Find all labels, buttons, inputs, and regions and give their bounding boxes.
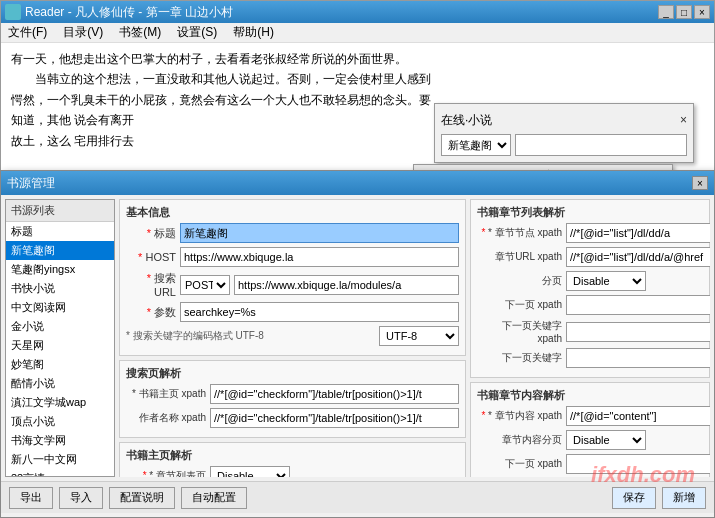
content-parse-section: 书籍章节内容解析 * 章节内容 xpath 章节内容分页 Disable Ena… [470, 382, 710, 477]
search-popup: 在线·小说 × 新笔趣阁 搜索 [434, 103, 694, 163]
new-btn[interactable]: 新增 [662, 487, 706, 509]
menu-file[interactable]: 文件(F) [5, 23, 50, 42]
chapter-list-parse-section: 书籍章节列表解析 * 章节节点 xpath 章节URL xpath 分页 Dis… [470, 199, 710, 378]
book-name-row: 作者名称 xpath [126, 408, 459, 428]
sidebar-item-3[interactable]: 书快小说 [6, 279, 114, 298]
content-next-page-row: 下一页 xpath [477, 454, 703, 474]
book-home-label: * 书籍主页 xpath [126, 387, 206, 401]
basic-info-section: 基本信息 标题 HOST 搜索URL POST GET [119, 199, 466, 356]
dialog-close-btn[interactable]: × [692, 176, 708, 190]
search-close-btn[interactable]: × [680, 110, 687, 130]
params-row: 参数 [126, 302, 459, 322]
book-source-dialog: 书源管理 × 书源列表 标题 新笔趣阁 笔趣阁yingsx 书快小说 中文阅读网… [0, 170, 715, 518]
encoding-note: * 搜索关键字的编码格式 UTF-8 [126, 329, 375, 343]
host-input[interactable] [180, 247, 459, 267]
chapter-url-label: 章节URL xpath [477, 250, 562, 264]
content-line-1: 有一天，他想走出这个巴掌大的村子，去看看老张叔经常所说的外面世界。 [11, 49, 704, 69]
basic-info-title: 基本信息 [126, 205, 459, 220]
content-node-input[interactable] [566, 406, 710, 426]
menu-view[interactable]: 目录(V) [60, 23, 106, 42]
chapter-home-section: 书籍主页解析 * 章节列表页 Disable Enable * 章节列表页 xp… [119, 442, 466, 477]
sidebar-item-0[interactable]: 标题 [6, 222, 114, 241]
reader-icon [5, 4, 21, 20]
sidebar-item-8[interactable]: 酷情小说 [6, 374, 114, 393]
content-node-row: * 章节内容 xpath [477, 406, 703, 426]
search-popup-title: 在线·小说 × [441, 110, 687, 130]
next-page-key-label: 下一页关键字 xpath [477, 319, 562, 344]
chapter-page-label: 分页 [477, 274, 562, 288]
reader-content: 有一天，他想走出这个巴掌大的村子，去看看老张叔经常所说的外面世界。 当韩立的这个… [1, 43, 714, 157]
search-popup-row: 新笔趣阁 搜索 [441, 134, 687, 156]
encoding-row: * 搜索关键字的编码格式 UTF-8 UTF-8 GBK [126, 326, 459, 346]
host-label: HOST [126, 251, 176, 263]
chapter-home-title: 书籍主页解析 [126, 448, 459, 463]
middle-panel: 基本信息 标题 HOST 搜索URL POST GET [119, 199, 466, 477]
chapter-page-row: 分页 Disable Enable [477, 271, 703, 291]
sidebar-item-6[interactable]: 天星网 [6, 336, 114, 355]
content-next-page-label: 下一页 xpath [477, 457, 562, 471]
content-next-page-input[interactable] [566, 454, 710, 474]
next-page-key-row: 下一页关键字 xpath [477, 319, 703, 344]
reader-menubar: 文件(F) 目录(V) 书签(M) 设置(S) 帮助(H) [1, 23, 714, 43]
content-line-2: 当韩立的这个想法，一直没敢和其他人说起过。否则，一定会使村里人感到 [11, 69, 704, 89]
title-label: 标题 [126, 226, 176, 241]
next-page-input[interactable] [566, 295, 710, 315]
sidebar-item-1[interactable]: 新笔趣阁 [6, 241, 114, 260]
search-url-row: 搜索URL POST GET [126, 271, 459, 298]
chapter-list-page-row: * 章节列表页 Disable Enable [126, 466, 459, 477]
sidebar-item-13[interactable]: 33言情 [6, 469, 114, 476]
book-name-input[interactable] [210, 408, 459, 428]
sidebar-item-11[interactable]: 书海文学网 [6, 431, 114, 450]
chapter-url-input[interactable] [566, 247, 710, 267]
chapter-node-row: * 章节节点 xpath [477, 223, 703, 243]
chapter-page-select[interactable]: Disable Enable [566, 271, 646, 291]
sidebar-item-10[interactable]: 顶点小说 [6, 412, 114, 431]
sidebar-header: 书源列表 [6, 200, 114, 222]
book-name-label: 作者名称 xpath [126, 411, 206, 425]
dialog-footer: 导出 导入 配置说明 自动配置 保存 新增 [1, 481, 714, 513]
chapter-node-input[interactable] [566, 223, 710, 243]
config-btn[interactable]: 配置说明 [109, 487, 175, 509]
sidebar-item-5[interactable]: 金小说 [6, 317, 114, 336]
sidebar-item-7[interactable]: 妙笔阁 [6, 355, 114, 374]
search-input[interactable] [515, 134, 687, 156]
search-url-input[interactable] [234, 275, 459, 295]
close-btn[interactable]: × [694, 5, 710, 19]
sidebar-item-12[interactable]: 新八一中文网 [6, 450, 114, 469]
menu-help[interactable]: 帮助(H) [230, 23, 277, 42]
right-panel: 书籍章节列表解析 * 章节节点 xpath 章节URL xpath 分页 Dis… [470, 199, 710, 477]
sidebar-item-9[interactable]: 滇江文学城wap [6, 393, 114, 412]
reader-titlebar: Reader - 凡人修仙传 - 第一章 山边小村 _ □ × [1, 1, 714, 23]
search-url-label: 搜索URL [126, 271, 176, 298]
sidebar-item-4[interactable]: 中文阅读网 [6, 298, 114, 317]
content-page-row: 章节内容分页 Disable Enable [477, 430, 703, 450]
method-select[interactable]: POST GET [180, 275, 230, 295]
title-input[interactable] [180, 223, 459, 243]
import-btn[interactable]: 导入 [59, 487, 103, 509]
content-page-select[interactable]: Disable Enable [566, 430, 646, 450]
content-parse-title: 书籍章节内容解析 [477, 388, 703, 403]
search-type-select[interactable]: 新笔趣阁 [441, 134, 511, 156]
auto-btn[interactable]: 自动配置 [181, 487, 247, 509]
dialog-title: 书源管理 [7, 175, 690, 192]
minimize-btn[interactable]: _ [658, 5, 674, 19]
next-page-label: 下一页 xpath [477, 298, 562, 312]
book-home-input[interactable] [210, 384, 459, 404]
menu-settings[interactable]: 设置(S) [174, 23, 220, 42]
chapter-list-page-label: * 章节列表页 [126, 469, 206, 477]
export-btn[interactable]: 导出 [9, 487, 53, 509]
menu-bookmark[interactable]: 书签(M) [116, 23, 164, 42]
host-row: HOST [126, 247, 459, 267]
reader-title: Reader - 凡人修仙传 - 第一章 山边小村 [25, 4, 658, 21]
chapter-node-label: * 章节节点 xpath [477, 226, 562, 240]
next-page-key-input[interactable] [566, 322, 710, 342]
params-input[interactable] [180, 302, 459, 322]
maximize-btn[interactable]: □ [676, 5, 692, 19]
save-btn[interactable]: 保存 [612, 487, 656, 509]
chapter-list-select[interactable]: Disable Enable [210, 466, 290, 477]
last-page-row: 下一页关键字 [477, 348, 703, 368]
sidebar-item-2[interactable]: 笔趣阁yingsx [6, 260, 114, 279]
sidebar: 书源列表 标题 新笔趣阁 笔趣阁yingsx 书快小说 中文阅读网 金小说 天星… [5, 199, 115, 477]
last-page-input[interactable] [566, 348, 710, 368]
encoding-select[interactable]: UTF-8 GBK [379, 326, 459, 346]
